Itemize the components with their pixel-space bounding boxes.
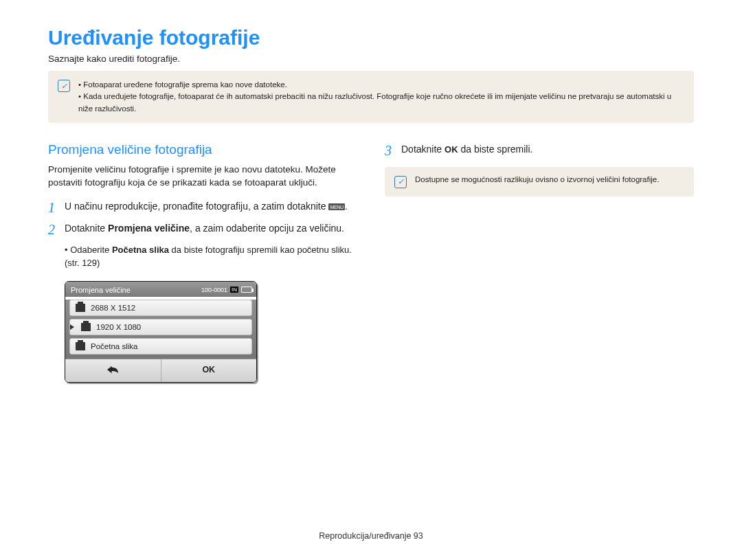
step-number: 1	[48, 199, 58, 214]
resize-option[interactable]: 2688 X 1512	[69, 300, 252, 316]
right-column: 3 Dotaknite OK da biste spremili. ✓ Dost…	[385, 142, 694, 383]
step-number: 3	[385, 142, 394, 157]
step-text: U načinu reprodukcije, pronađite fotogra…	[65, 199, 348, 214]
top-note-box: ✓ Fotoaparat uređene fotografije sprema …	[48, 71, 694, 123]
resize-option[interactable]: 1920 X 1080	[69, 319, 252, 335]
camera-header: Promjena veličine 100-0001 IN	[65, 282, 256, 297]
step-text: Dotaknite Promjena veličine, a zaim odab…	[65, 221, 344, 236]
left-column: Promjena veličine fotografija Promjenite…	[48, 142, 357, 383]
start-image-icon	[76, 342, 85, 350]
step-2-sub: Odaberite Početna slika da biste fotogra…	[65, 243, 357, 270]
step-2: 2 Dotaknite Promjena veličine, a zaim od…	[48, 221, 357, 236]
camera-footer: OK	[65, 359, 256, 382]
resize-option[interactable]: Početna slika	[69, 338, 252, 355]
camera-counter: 100-0001	[201, 287, 227, 293]
step-number: 2	[48, 221, 58, 236]
resize-option-label: Početna slika	[91, 342, 137, 350]
ok-inline-label: OK	[445, 144, 458, 155]
selected-indicator-icon	[70, 324, 74, 330]
step-text: Dotaknite OK da biste spremili.	[401, 142, 532, 157]
info-icon: ✓	[394, 176, 407, 188]
back-button[interactable]	[65, 359, 161, 382]
section-heading: Promjena veličine fotografija	[48, 142, 357, 157]
ok-button[interactable]: OK	[161, 359, 257, 382]
right-note-text: Dostupne se mogućnosti razlikuju ovisno …	[415, 175, 659, 188]
back-arrow-icon	[107, 365, 118, 374]
camera-screenshot: Promjena veličine 100-0001 IN 2688 X 151…	[65, 281, 257, 383]
battery-icon	[241, 287, 252, 293]
camera-status: 100-0001 IN	[201, 287, 252, 293]
menu-icon: MENU	[328, 203, 344, 210]
image-size-icon	[76, 304, 85, 312]
in-chip: IN	[230, 287, 238, 293]
top-note-item: Fotoaparat uređene fotografije sprema ka…	[78, 79, 684, 91]
page-title: Uređivanje fotografije	[48, 26, 694, 49]
resize-option-label: 2688 X 1512	[91, 304, 135, 312]
info-icon: ✓	[58, 80, 70, 92]
step-3: 3 Dotaknite OK da biste spremili.	[385, 142, 694, 157]
camera-list: 2688 X 1512 1920 X 1080 Početna slika	[65, 300, 256, 359]
camera-title: Promjena veličine	[71, 286, 131, 294]
step-1: 1 U načinu reprodukcije, pronađite fotog…	[48, 199, 357, 214]
right-note-box: ✓ Dostupne se mogućnosti razlikuju ovisn…	[385, 167, 694, 197]
resize-option-label: 1920 X 1080	[96, 323, 141, 331]
image-size-icon	[81, 323, 91, 331]
section-intro: Promjenite veličinu fotografije i spremi…	[48, 163, 357, 190]
top-note-item: Kada uređujete fotografije, fotoaparat ć…	[78, 91, 684, 115]
page-footer: Reprodukcija/uređivanje 93	[0, 531, 742, 541]
top-note-list: Fotoaparat uređene fotografije sprema ka…	[78, 79, 684, 115]
page-subtitle: Saznajte kako urediti fotografije.	[48, 54, 694, 64]
